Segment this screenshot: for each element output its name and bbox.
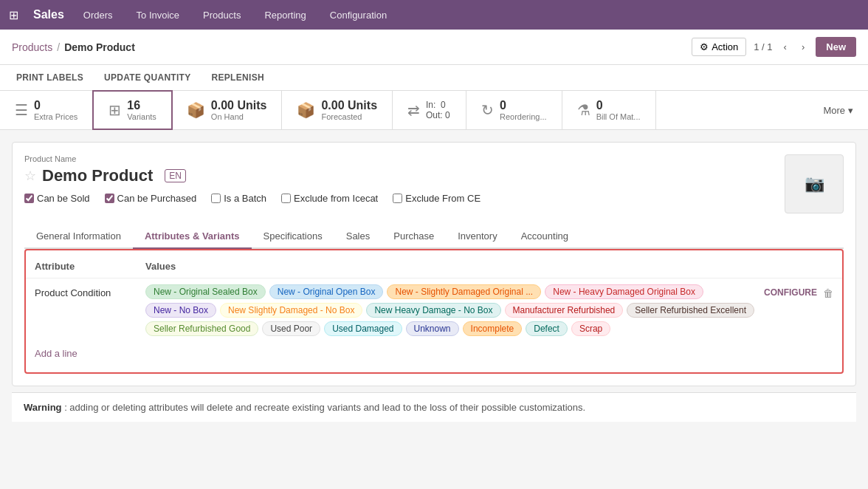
can-be-sold-checkbox[interactable]: Can be Sold <box>24 193 90 204</box>
col-values: Values <box>145 261 833 272</box>
stat-bom[interactable]: ⚗ 0 Bill Of Mat... <box>562 91 656 129</box>
stat-variants[interactable]: ⊞ 16 Variants <box>92 90 173 130</box>
warning-bar: Warning : adding or deleting attributes … <box>12 392 856 422</box>
tag-scrap[interactable]: Scrap <box>571 321 610 336</box>
attr-actions: CONFIGURE 🗑 <box>764 284 833 299</box>
product-name[interactable]: Demo Product <box>42 166 153 185</box>
can-be-purchased-checkbox[interactable]: Can be Purchased <box>105 193 197 204</box>
add-line-button[interactable]: Add a line <box>26 342 86 365</box>
prev-button[interactable]: ‹ <box>780 40 790 54</box>
extra-prices-count: 0 <box>34 99 78 112</box>
chevron-down-icon: ▾ <box>848 105 853 116</box>
product-image: 📷 <box>785 154 844 213</box>
tag-new-heavy-damage-no-box[interactable]: New Heavy Damage - No Box <box>366 303 500 318</box>
form-card: Product Name ☆ Demo Product EN Can be So… <box>12 142 856 386</box>
in-count: In: 0 <box>426 100 450 110</box>
tag-used-damaged[interactable]: Used Damaged <box>324 321 402 336</box>
tag-unknown[interactable]: Unknown <box>406 321 459 336</box>
tag-seller-refurbished-excellent[interactable]: Seller Refurbished Excellent <box>627 303 754 318</box>
new-button[interactable]: New <box>816 37 856 57</box>
extra-prices-icon: ☰ <box>15 101 28 119</box>
breadcrumb-current: Demo Product <box>64 41 135 53</box>
exclude-from-icecat-checkbox[interactable]: Exclude from Icecat <box>281 193 378 204</box>
attr-label-product-condition: Product Condition <box>35 284 145 298</box>
tab-purchase[interactable]: Purchase <box>382 225 446 249</box>
language-badge[interactable]: EN <box>165 169 186 182</box>
product-header: Product Name ☆ Demo Product EN Can be So… <box>24 154 844 216</box>
camera-icon: 📷 <box>805 174 824 194</box>
exclude-from-ce-checkbox[interactable]: Exclude From CE <box>393 193 480 204</box>
on-hand-icon: 📦 <box>187 101 205 119</box>
variants-label: Variants <box>127 112 156 121</box>
tag-incomplete[interactable]: Incomplete <box>463 321 523 336</box>
tag-new-slightly-damaged-original[interactable]: New - Slightly Damaged Original ... <box>387 284 541 299</box>
stat-reordering[interactable]: ↻ 0 Reordering... <box>466 91 562 129</box>
tab-accounting[interactable]: Accounting <box>509 225 580 249</box>
tab-sales[interactable]: Sales <box>334 225 382 249</box>
in-out-icon: ⇄ <box>407 101 420 119</box>
stat-on-hand[interactable]: 📦 0.00 Units On Hand <box>172 91 283 129</box>
tag-new-heavy-damaged-original-box[interactable]: New - Heavy Damaged Original Box <box>545 284 703 299</box>
header-row: Products / Demo Product ⚙ Action 1 / 1 ‹… <box>0 30 868 65</box>
breadcrumb-separator: / <box>57 41 60 53</box>
action-bar: PRINT LABELS UPDATE QUANTITY REPLENISH <box>0 65 868 91</box>
reordering-num: 0 <box>500 99 547 112</box>
more-button[interactable]: More ▾ <box>808 91 868 129</box>
print-labels-button[interactable]: PRINT LABELS <box>12 69 88 86</box>
extra-prices-label: Extra Prices <box>34 112 78 121</box>
tabs-row: General Information Attributes & Variant… <box>24 225 844 249</box>
tab-inventory[interactable]: Inventory <box>446 225 509 249</box>
stat-forecasted[interactable]: 📦 0.00 Units Forecasted <box>282 91 393 129</box>
variants-icon: ⊞ <box>108 101 121 119</box>
breadcrumb: Products / Demo Product <box>12 41 135 53</box>
tag-new-no-box[interactable]: New - No Box <box>145 303 216 318</box>
warning-text: : adding or deleting attributes will del… <box>64 402 585 413</box>
tag-new-original-sealed-box[interactable]: New - Original Sealed Box <box>145 284 266 299</box>
out-count: Out: 0 <box>426 110 450 120</box>
stat-in-out[interactable]: ⇄ In: 0 Out: 0 <box>393 91 466 129</box>
checkboxes-row: Can be Sold Can be Purchased Is a Batch … <box>24 193 785 204</box>
nav-to-invoice[interactable]: To Invoice <box>132 7 185 24</box>
tag-defect[interactable]: Defect <box>526 321 568 336</box>
next-button[interactable]: › <box>798 40 808 54</box>
col-attribute: Attribute <box>35 261 145 272</box>
attr-table-header: Attribute Values <box>26 258 842 278</box>
variants-count: 16 <box>127 99 156 112</box>
breadcrumb-parent[interactable]: Products <box>12 41 52 53</box>
nav-orders[interactable]: Orders <box>79 7 117 24</box>
tab-general-information[interactable]: General Information <box>24 225 133 249</box>
action-button[interactable]: ⚙ Action <box>692 38 746 56</box>
main-content: Product Name ☆ Demo Product EN Can be So… <box>0 130 868 434</box>
tag-new-original-open-box[interactable]: New - Original Open Box <box>269 284 384 299</box>
tag-new-slightly-damaged-no-box[interactable]: New Slightly Damaged - No Box <box>220 303 362 318</box>
reordering-icon: ↻ <box>481 101 494 119</box>
attr-values-product-condition: New - Original Sealed Box New - Original… <box>145 284 764 336</box>
grid-icon[interactable]: ⊞ <box>9 8 18 22</box>
stat-extra-prices[interactable]: ☰ 0 Extra Prices <box>0 91 93 129</box>
bom-icon: ⚗ <box>577 101 590 119</box>
tag-used-poor[interactable]: Used Poor <box>262 321 320 336</box>
stats-bar: ☰ 0 Extra Prices ⊞ 16 Variants 📦 0.00 Un… <box>0 91 868 130</box>
product-name-label: Product Name <box>24 154 785 163</box>
nav-products[interactable]: Products <box>199 7 245 24</box>
top-navigation: ⊞ Sales Orders To Invoice Products Repor… <box>0 0 868 30</box>
nav-configuration[interactable]: Configuration <box>326 7 391 24</box>
is-a-batch-checkbox[interactable]: Is a Batch <box>211 193 266 204</box>
tab-specifications[interactable]: Specifications <box>252 225 334 249</box>
replenish-button[interactable]: REPLENISH <box>207 69 269 86</box>
forecasted-icon: 📦 <box>297 101 315 119</box>
on-hand-label: On Hand <box>211 112 267 121</box>
tag-manufacturer-refurbished[interactable]: Manufacturer Refurbished <box>505 303 624 318</box>
header-actions: ⚙ Action 1 / 1 ‹ › New <box>692 37 856 57</box>
delete-icon[interactable]: 🗑 <box>823 287 833 299</box>
favorite-star-icon[interactable]: ☆ <box>24 168 36 184</box>
update-quantity-button[interactable]: UPDATE QUANTITY <box>100 69 196 86</box>
reordering-label: Reordering... <box>500 112 547 121</box>
forecasted-num: 0.00 Units <box>321 99 377 112</box>
tag-seller-refurbished-good[interactable]: Seller Refurbished Good <box>145 321 258 336</box>
nav-reporting[interactable]: Reporting <box>260 7 310 24</box>
configure-link[interactable]: CONFIGURE <box>764 287 817 298</box>
forecasted-label: Forecasted <box>321 112 377 121</box>
tab-attributes-variants[interactable]: Attributes & Variants <box>133 225 252 249</box>
app-name[interactable]: Sales <box>33 8 64 21</box>
